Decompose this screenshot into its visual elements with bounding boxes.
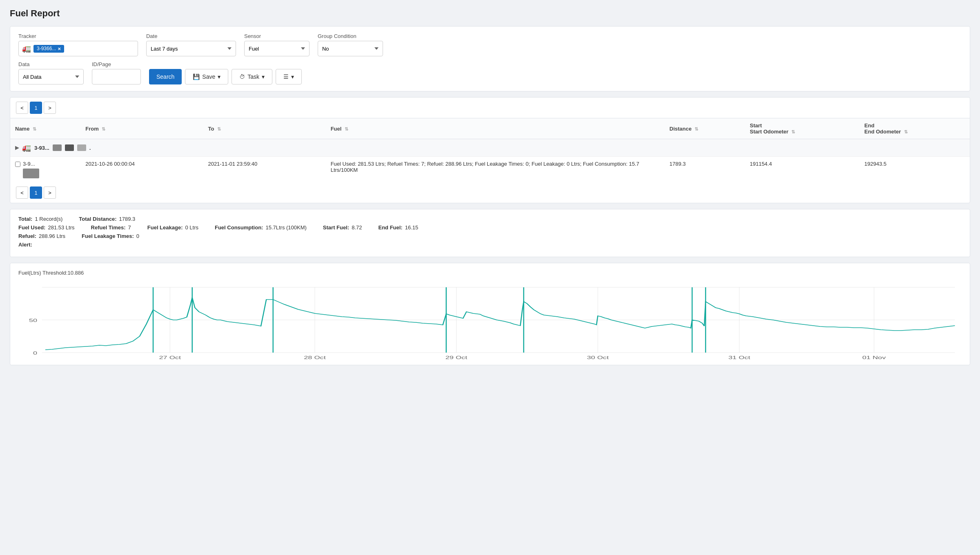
row-distance-cell: 1789.3 xyxy=(665,157,745,183)
summary-row-2: Fuel Used: 281.53 Ltrs Refuel Times: 7 F… xyxy=(18,224,962,231)
sensor-filter-group: Sensor Fuel Temperature Speed xyxy=(244,33,310,56)
save-icon: 💾 xyxy=(193,73,200,80)
tracker-input-container[interactable]: 🚛 3-9366... × xyxy=(18,41,138,56)
fuel-used-pair: Fuel Used: 281.53 Ltrs xyxy=(18,224,75,231)
summary-section: Total: 1 Record(s) Total Distance: 1789.… xyxy=(10,209,970,257)
group-icon-sq2 xyxy=(65,144,74,151)
fuel-leakage-times-label: Fuel Leakage Times: xyxy=(82,233,134,239)
total-label: Total: xyxy=(18,216,32,222)
id-page-input[interactable]: 100 xyxy=(92,69,141,84)
tracker-label: Tracker xyxy=(18,33,138,39)
svg-text:01 Nov: 01 Nov xyxy=(862,355,886,360)
sort-icon-end-odo[interactable]: ⇅ xyxy=(904,129,908,134)
svg-text:27 Oct: 27 Oct xyxy=(159,355,181,360)
group-icon-sq1 xyxy=(53,144,62,151)
chart-container: 0 50 27 Oct 28 Oct 29 Oct 30 Oct xyxy=(18,279,962,361)
filter-section: Tracker 🚛 3-9366... × Date Last 7 days T xyxy=(10,26,970,91)
total-distance-value: 1789.3 xyxy=(119,216,136,222)
toolbar-buttons: x Search 💾 Save ▾ ⏱ Task ▾ ☰ xyxy=(149,61,302,84)
col-start-odometer: StartStart Odometer ⇅ xyxy=(745,118,860,139)
table-group-row: ▶ 🚛 3-93... . xyxy=(10,139,970,157)
bottom-current-page-button[interactable]: 1 xyxy=(30,186,42,199)
start-fuel-pair: Start Fuel: 8.72 xyxy=(323,224,362,231)
svg-text:50: 50 xyxy=(29,318,37,323)
row-name: 3-9... xyxy=(23,161,39,167)
chart-section: Fuel(Ltrs) Threshold:10.886 0 50 27 Oct … xyxy=(10,263,970,365)
fuel-consumption-value: 15.7Ltrs (100KM) xyxy=(265,224,306,231)
search-button[interactable]: Search xyxy=(149,69,182,84)
group-dot: . xyxy=(89,145,91,151)
group-row-icons: ▶ 🚛 3-93... . xyxy=(15,143,965,152)
start-fuel-value: 8.72 xyxy=(352,224,362,231)
fuel-leakage-label: Fuel Leakage: xyxy=(147,224,183,231)
chart-title: Fuel(Ltrs) Threshold:10.886 xyxy=(18,270,962,276)
table-section: < 1 > Name ⇅ From ⇅ To ⇅ xyxy=(10,97,970,203)
tracker-text-input[interactable] xyxy=(66,46,134,52)
date-filter-group: Date Last 7 days Today Yesterday Last 30… xyxy=(146,33,236,56)
fuel-chart: 0 50 27 Oct 28 Oct 29 Oct 30 Oct xyxy=(18,279,962,361)
summary-row-3: Refuel: 288.96 Ltrs Fuel Leakage Times: … xyxy=(18,233,962,239)
sort-icon-to[interactable]: ⇅ xyxy=(217,127,221,131)
group-condition-select[interactable]: No Yes xyxy=(318,41,383,56)
col-distance: Distance ⇅ xyxy=(665,118,745,139)
data-table: Name ⇅ From ⇅ To ⇅ Fuel ⇅ xyxy=(10,118,970,182)
prev-page-button[interactable]: < xyxy=(16,102,28,114)
sort-icon-start-odo[interactable]: ⇅ xyxy=(791,129,795,134)
table-row: 3-9... 2021-10-26 00:00:04 2021-11-01 23… xyxy=(10,157,970,183)
col-from: From ⇅ xyxy=(80,118,203,139)
fuel-consumption-pair: Fuel Consumption: 15.7Ltrs (100KM) xyxy=(215,224,307,231)
tracker-tag[interactable]: 3-9366... × xyxy=(33,45,64,53)
current-page-button[interactable]: 1 xyxy=(30,102,42,114)
list-button[interactable]: ☰ ▾ xyxy=(276,69,302,84)
sensor-select[interactable]: Fuel Temperature Speed xyxy=(244,41,310,56)
sort-icon-from[interactable]: ⇅ xyxy=(102,127,105,131)
date-select[interactable]: Last 7 days Today Yesterday Last 30 days… xyxy=(146,41,236,56)
refuel-times-pair: Refuel Times: 7 xyxy=(91,224,131,231)
refuel-times-value: 7 xyxy=(128,224,131,231)
save-chevron-icon: ▾ xyxy=(218,73,220,80)
data-label: Data xyxy=(18,61,84,67)
id-page-label: ID/Page xyxy=(92,61,141,67)
group-name: 3-93... xyxy=(34,145,49,151)
svg-text:29 Oct: 29 Oct xyxy=(445,355,468,360)
svg-text:0: 0 xyxy=(33,351,37,355)
end-fuel-value: 16.15 xyxy=(405,224,419,231)
row-from-cell: 2021-10-26 00:00:04 xyxy=(80,157,203,183)
refuel-pair: Refuel: 288.96 Ltrs xyxy=(18,233,65,239)
summary-row-1: Total: 1 Record(s) Total Distance: 1789.… xyxy=(18,216,962,222)
fuel-leakage-pair: Fuel Leakage: 0 Ltrs xyxy=(147,224,198,231)
save-button[interactable]: 💾 Save ▾ xyxy=(185,69,228,84)
page-title: Fuel Report xyxy=(10,8,970,19)
total-distance-label: Total Distance: xyxy=(79,216,116,222)
sort-icon-fuel[interactable]: ⇅ xyxy=(345,127,348,131)
list-chevron-icon: ▾ xyxy=(291,73,294,80)
task-chevron-icon: ▾ xyxy=(262,73,265,80)
bottom-next-page-button[interactable]: > xyxy=(44,186,56,199)
fuel-used-value: 281.53 Ltrs xyxy=(48,224,74,231)
truck-icon: 🚛 xyxy=(22,44,31,53)
alert-pair: Alert: xyxy=(18,242,35,248)
bottom-pagination: < 1 > xyxy=(10,182,970,203)
next-page-button[interactable]: > xyxy=(44,102,56,114)
fuel-used-label: Fuel Used: xyxy=(18,224,45,231)
fuel-leakage-times-value: 0 xyxy=(136,233,139,239)
svg-text:30 Oct: 30 Oct xyxy=(587,355,609,360)
col-name: Name ⇅ xyxy=(10,118,80,139)
top-pagination: < 1 > xyxy=(10,98,970,118)
sort-icon-distance[interactable]: ⇅ xyxy=(695,127,698,131)
id-page-filter-group: ID/Page 100 xyxy=(92,61,141,84)
start-fuel-label: Start Fuel: xyxy=(323,224,349,231)
sort-icon-name[interactable]: ⇅ xyxy=(33,127,36,131)
row-thumbnail xyxy=(23,169,39,178)
group-condition-filter-group: Group Condition No Yes xyxy=(318,33,383,56)
row-end-odo-cell: 192943.5 xyxy=(860,157,970,183)
group-row-cell: ▶ 🚛 3-93... . xyxy=(10,139,970,157)
row-fuel-cell: Fuel Used: 281.53 Ltrs; Refuel Times: 7;… xyxy=(326,157,665,183)
row-checkbox[interactable] xyxy=(15,162,20,167)
data-select[interactable]: All Data Custom xyxy=(18,69,84,84)
bottom-prev-page-button[interactable]: < xyxy=(16,186,28,199)
fuel-consumption-label: Fuel Consumption: xyxy=(215,224,263,231)
tracker-tag-close[interactable]: × xyxy=(58,46,61,52)
expand-icon[interactable]: ▶ xyxy=(15,145,19,151)
task-button[interactable]: ⏱ Task ▾ xyxy=(232,69,272,84)
